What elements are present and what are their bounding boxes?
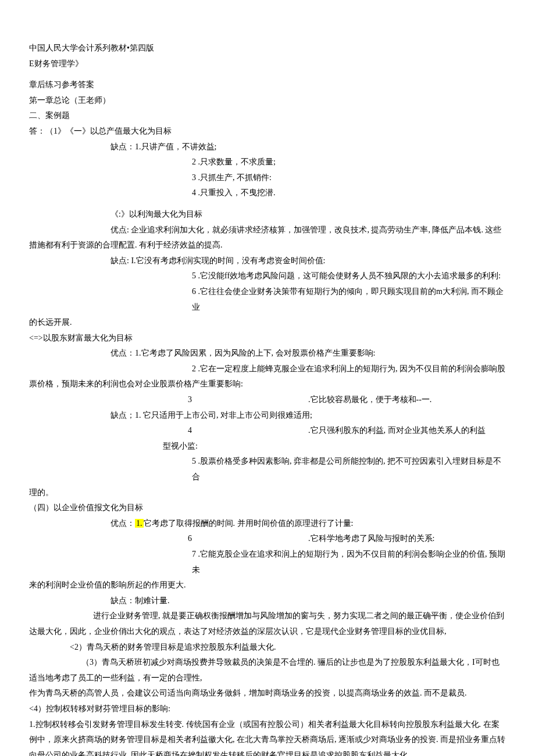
sec3-drawback-1: 缺点；1. 它只适用于上市公司, 对非上市公司则很难适用;: [29, 408, 506, 424]
adv-prefix: 优点：: [110, 519, 135, 528]
list-number: 6: [192, 287, 196, 296]
question-2: <2）青鸟天桥的财务管理目标是追求控股股东利益最大化.: [29, 640, 506, 655]
list-number: 4: [29, 423, 308, 439]
list-text: .它科学地考虑了风险与报时的关系:: [308, 534, 434, 543]
sec2-drawback-6: 6 .它往往会使企业财务决策带有短期行为的倾向，即只顾实现目前的m大利润, 而不…: [29, 284, 506, 315]
list-text: .它往往会使企业财务决策带有短期行为的倾向，即只顾实现目前的m大利润, 而不顾企…: [192, 287, 504, 311]
sec3-advantage-1: 优点：1.它考虑了风险因累，因为风险的上下, 会对股票价格产生重要影响:: [29, 346, 506, 361]
list-text: .只抓生产, 不抓销件:: [196, 173, 272, 182]
sec2-drawback-5: 5 .它没能ff效地考虑风险问题，这可能会使财务人员不独风限的大小去追求最多的利…: [29, 268, 506, 284]
list-number: 3: [29, 392, 308, 408]
sec1-drawback-1: 缺点：1.只讲产值，不讲效益;: [29, 139, 506, 155]
question-3-para2: 作为青鸟天桥的高管人员，会建议公司适当向商场业务做斜，增加时商场业务的投资，以提…: [29, 686, 506, 701]
sec4-paragraph: 进行企业财务管理, 就是要正确权衡报酬增加与风险增加的窗与失，努力实现二者之间的…: [29, 608, 506, 639]
list-number: 7: [192, 550, 196, 558]
list-text: .它能克股企业在追求和润上的短期行为，因为不仅目前的利润会影响企业的价值, 预期…: [192, 550, 505, 574]
sec1-drawback-2: 2 .只求数量，不求质量;: [29, 155, 506, 170]
sec3-drawback-5: 5 .股票价格受多种因素影响, 弈非都是公司所能控制的, 把不可控因素引入埋财目…: [29, 454, 506, 485]
book-title: E财务管理学》: [29, 56, 506, 72]
sec2-drawback-6-cont: 的长远开展.: [29, 315, 506, 331]
sec2-advantage: 优点: 企业追求利润加大化，就必须讲求经济核算，加强管理，改良技术, 提高劳动生…: [29, 223, 506, 253]
list-text: .它只强利股东的利益, 而对企业其他关系人的利益: [308, 426, 486, 435]
list-text: .股票价格受多种因素影响, 弈非都是公司所能控制的, 把不可控因素引入埋财目标是…: [192, 457, 501, 481]
text: （3）青鸟天桥班初减少对商场投费并导致裁员的决策是不合埋的. 骊后的让步也是为了…: [29, 658, 500, 682]
list-number: 3: [192, 173, 196, 182]
sec4-title: （四）以企业价值报文化为目标: [29, 500, 506, 516]
list-text: .它在一定程度上能蜂克服企业在追求利润上的短期行为, 因为不仅目前的利润会膨响股: [196, 364, 505, 373]
question-3: （3）青鸟天桥班初减少对商场投费并导致裁员的决策是不合埋的. 骊后的让步也是为了…: [29, 655, 506, 686]
indent: [29, 658, 81, 667]
adv-text: 它考虑了取得报酬的时间. 并用时间价值的原理进行了计量:: [144, 519, 354, 528]
spacer: [29, 71, 506, 77]
sec3-drawback-4: 4.它只强利股东的利益, 而对企业其他关系人的利益: [29, 423, 506, 439]
indent: [29, 611, 93, 620]
list-number: 4: [192, 188, 196, 197]
sec2-drawback-1: 缺点: I.它没有考虑利润实现的时间，没有考虑资金时间价值:: [29, 253, 506, 269]
list-number: 2: [192, 157, 196, 166]
sec4-advantage-7: 7 .它能克股企业在追求和润上的短期行为，因为不仅目前的利润会影响企业的价值, …: [29, 547, 506, 578]
sec2-title: 《:》以利洵最大化为目标: [29, 207, 506, 223]
list-number: 6: [29, 531, 308, 547]
list-number: 2: [192, 364, 196, 373]
answer-key-title: 章后练习参考答案: [29, 77, 506, 93]
chapter-title: 第一章总论（王老师）: [29, 93, 506, 109]
indent: [29, 225, 110, 234]
sec4-drawback: 缺点：制难计量.: [29, 593, 506, 609]
section-label: 二、案例题: [29, 108, 506, 124]
sec4-advantage-7-cont: 来的利润时企业价值的影响所起的作用更大.: [29, 578, 506, 593]
list-text: .只求数量，不求质量;: [196, 157, 276, 166]
sec3-title: <=>以股东财富最大化为目标: [29, 331, 506, 346]
list-text: .它比较容易最化，便于考核和--一.: [308, 395, 431, 404]
highlight-number: 1.: [135, 519, 144, 528]
spacer: [29, 201, 506, 207]
sec1-drawback-4: 4 .只重投入，不曳挖潜.: [29, 185, 506, 201]
sec3-advantage-2-cont: 票价格，预期未来的利润也会对企业股票价格产生重要影响:: [29, 377, 506, 392]
text: 进行企业财务管理, 就是要正确权衡报酬增加与风险增加的窗与失，努力实现二者之间的…: [29, 611, 504, 636]
sec1-drawback-3: 3 .只抓生产, 不抓销件:: [29, 170, 506, 186]
list-text: .它没能ff效地考虑风险问题，这可能会使财务人员不独风限的大小去追求最多的利利:: [196, 271, 501, 280]
list-text: .只重投入，不曳挖潜.: [196, 188, 276, 197]
list-number: 5: [192, 271, 196, 280]
sec3-drawback-5-cont: 理的。: [29, 485, 506, 501]
sec4-advantage-6: 6.它科学地考虑了风险与报时的关系:: [29, 531, 506, 547]
sec3-advantage-2: 2 .它在一定程度上能蜂克服企业在追求利润上的短期行为, 因为不仅目前的利润会膨…: [29, 361, 506, 377]
sec3-drawback-4-cont: 型视小监:: [29, 439, 506, 454]
list-number: 5: [192, 457, 196, 465]
sec4-advantage-1: 优点：1.它考虑了取得报酬的时间. 并用时间价值的原理进行了计量:: [29, 516, 506, 532]
question-4-title: <4）控制权转移对财芬管埋目标的影响:: [29, 701, 506, 717]
sec3-advantage-3: 3.它比较容易最化，便于考核和--一.: [29, 392, 506, 408]
answer-1-title: 答：（1》《一》以总产值最大化为目标: [29, 124, 506, 139]
question-4-para1: 1.控制权转移会引发财务管理目标发生转变. 传统国有企业（或国有控股公司）相关者…: [29, 717, 506, 756]
textbook-series: 中国人民大学会计系列教材•第四版: [29, 41, 506, 56]
